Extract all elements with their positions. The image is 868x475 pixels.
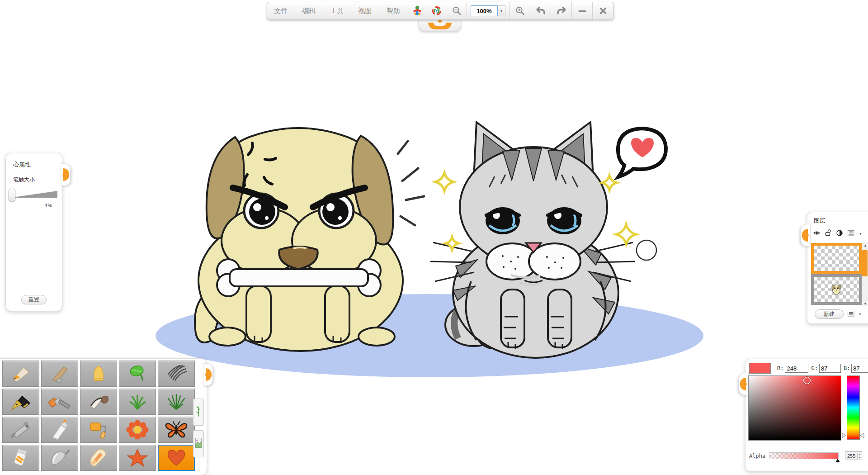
toolbar-collapse-tab[interactable] xyxy=(419,19,461,31)
brush-wood-pencil[interactable] xyxy=(41,361,78,387)
lock-open-icon xyxy=(825,229,832,238)
brush-palette-knife[interactable] xyxy=(41,445,78,471)
main-toolbar: 文件编辑工具视图帮助 100% ▼ xyxy=(267,2,614,20)
undo-button[interactable] xyxy=(530,2,551,19)
scroll-down-icon[interactable]: ▼ xyxy=(863,302,867,306)
eye-icon xyxy=(813,229,821,238)
menu-tools[interactable]: 工具 xyxy=(323,2,351,19)
saturation-value-square[interactable] xyxy=(748,375,841,441)
layer-blend-button[interactable] xyxy=(836,229,843,238)
zoom-out-icon xyxy=(451,5,462,16)
alpha-marker[interactable] xyxy=(835,459,840,462)
rainbow-figure-icon xyxy=(412,5,423,17)
r-input[interactable] xyxy=(785,364,808,373)
brush-fur-brush[interactable] xyxy=(158,361,195,387)
brush-category-tab-bamboo[interactable] xyxy=(193,399,204,426)
menu-help[interactable]: 帮助 xyxy=(379,2,407,19)
brush-crayon[interactable] xyxy=(80,361,117,387)
minimize-icon xyxy=(577,5,588,16)
reset-button[interactable]: 重置 xyxy=(21,295,47,304)
brush-paint-roller[interactable] xyxy=(80,417,117,443)
brush-pine-grass[interactable] xyxy=(158,389,195,415)
b-input[interactable] xyxy=(851,364,868,373)
menu-edit[interactable]: 编辑 xyxy=(295,2,323,19)
layers-panel: 图层 ▼ ▲ ▼ 新建 ▼ xyxy=(807,212,868,324)
layer-row-top[interactable] xyxy=(811,243,862,274)
brush-paint-tube[interactable] xyxy=(2,445,39,471)
brush-flat-brush[interactable] xyxy=(41,389,78,415)
redo-button[interactable] xyxy=(551,2,572,19)
layer-thumbnail-empty xyxy=(814,246,859,271)
spin-up-icon[interactable]: ▲ xyxy=(858,453,862,456)
scroll-up-icon[interactable]: ▲ xyxy=(863,243,867,247)
brush-butterfly[interactable] xyxy=(158,417,195,443)
close-icon xyxy=(598,5,609,16)
brush-leaf[interactable] xyxy=(119,361,156,387)
hue-marker-right[interactable] xyxy=(860,433,864,438)
redo-icon xyxy=(556,5,567,16)
layers-panel-title: 图层 xyxy=(814,217,868,225)
alpha-slider[interactable] xyxy=(769,452,839,459)
brush-panel-handle[interactable] xyxy=(203,363,213,386)
zoom-in-icon xyxy=(514,5,525,16)
layers-panel-handle[interactable] xyxy=(801,224,811,247)
color-cursor[interactable] xyxy=(803,377,811,384)
g-input[interactable] xyxy=(819,364,841,373)
close-button[interactable] xyxy=(593,2,613,19)
brush-category-tab-image[interactable] xyxy=(193,430,204,457)
cat-drawing xyxy=(430,122,635,358)
chevron-down-icon[interactable]: ▼ xyxy=(859,313,862,316)
zoom-in-button[interactable] xyxy=(509,2,530,19)
alpha-label: Alpha xyxy=(749,453,765,459)
brush-size-label: 笔触大小 xyxy=(13,176,62,184)
menu-bar: 文件编辑工具视图帮助 xyxy=(267,2,407,19)
hue-bar[interactable] xyxy=(847,375,860,440)
layer-list-scrollbar[interactable]: ▲ ▼ xyxy=(862,243,868,306)
brush-fountain-pen[interactable] xyxy=(2,389,39,415)
rainbow-figure-button[interactable] xyxy=(407,2,427,19)
layer-list xyxy=(811,243,862,305)
zoom-level-value[interactable]: 100% xyxy=(471,5,498,16)
brush-eraser[interactable] xyxy=(80,445,117,471)
brush-flower[interactable] xyxy=(119,417,156,443)
layer-lock-button[interactable] xyxy=(825,229,832,238)
brush-properties-panel: 心属性 笔触大小 1% 重置 xyxy=(5,153,62,311)
alpha-row: Alpha 255 ▲ ▼ xyxy=(749,451,862,460)
layer-visibility-button[interactable] xyxy=(813,229,821,238)
menu-view[interactable]: 视图 xyxy=(351,2,379,19)
layer-row-bottom[interactable] xyxy=(811,274,862,305)
properties-panel-title: 心属性 xyxy=(13,161,62,169)
brush-spray-bottle[interactable] xyxy=(41,417,78,443)
chevron-down-icon: ▼ xyxy=(500,10,503,13)
r-label: R: xyxy=(777,365,783,371)
brush-round-brush[interactable] xyxy=(80,389,117,415)
brush-star[interactable] xyxy=(119,445,156,471)
app-window: 文件编辑工具视图帮助 100% ▼ 心属性 笔触大小 1% 重置 xyxy=(0,0,868,475)
bamboo-icon xyxy=(195,400,202,424)
brush-grass[interactable] xyxy=(119,389,156,415)
undo-icon xyxy=(535,5,547,16)
rainbow-spiral-button[interactable] xyxy=(427,2,446,19)
brush-pencil[interactable] xyxy=(2,361,39,387)
color-panel-handle[interactable] xyxy=(739,373,749,395)
slider-thumb[interactable] xyxy=(9,189,15,201)
brush-cursor-circle xyxy=(637,240,656,260)
new-layer-button[interactable]: 新建 xyxy=(815,309,844,319)
spin-down-icon[interactable]: ▼ xyxy=(858,456,862,459)
properties-panel-handle[interactable] xyxy=(61,163,71,186)
zoom-out-button[interactable] xyxy=(446,2,467,19)
menu-file[interactable]: 文件 xyxy=(267,2,295,19)
current-color-swatch[interactable] xyxy=(749,363,771,374)
layer-options-button[interactable] xyxy=(847,310,855,318)
minimize-button[interactable] xyxy=(572,2,593,19)
list-icon xyxy=(847,312,855,318)
scrollbar-thumb[interactable] xyxy=(862,250,868,276)
brush-airbrush[interactable] xyxy=(2,417,39,443)
hue-marker-left[interactable] xyxy=(842,433,846,438)
zoom-level-dropdown[interactable]: ▼ xyxy=(498,5,505,16)
brush-heart[interactable] xyxy=(158,445,195,471)
brush-size-slider[interactable] xyxy=(9,188,59,201)
brush-picker-panel xyxy=(0,358,207,475)
layer-menu-button[interactable] xyxy=(847,229,855,238)
chevron-down-icon[interactable]: ▼ xyxy=(859,232,862,235)
